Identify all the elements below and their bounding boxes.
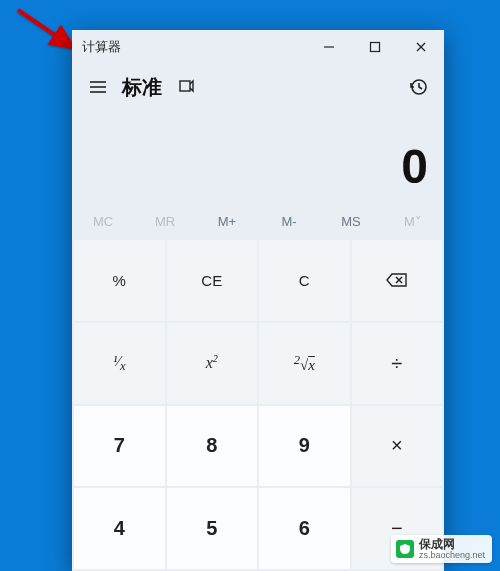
mode-label: 标准 <box>122 74 162 101</box>
display: 0 <box>72 110 444 204</box>
titlebar: 计算器 <box>72 30 444 64</box>
sqrt-key[interactable]: 2√x <box>259 323 350 404</box>
memory-recall: MR <box>134 204 196 238</box>
close-button[interactable] <box>398 30 444 64</box>
watermark: 保成网 zs.baocheng.net <box>391 535 492 563</box>
sqrt-label: 2√x <box>294 353 315 374</box>
pin-icon[interactable] <box>168 69 204 105</box>
backspace-icon <box>386 273 408 287</box>
divide-key[interactable]: ÷ <box>352 323 443 404</box>
square-label: x2 <box>206 353 218 372</box>
clear-entry-key[interactable]: CE <box>167 240 258 321</box>
keypad: % CE C ¹∕x x2 2√x ÷ 7 8 9 × 4 5 6 − <box>72 238 444 571</box>
window-controls <box>306 30 444 64</box>
four-key[interactable]: 4 <box>74 488 165 569</box>
watermark-name: 保成网 <box>419 538 485 551</box>
maximize-button[interactable] <box>352 30 398 64</box>
memory-add[interactable]: M+ <box>196 204 258 238</box>
percent-key[interactable]: % <box>74 240 165 321</box>
memory-clear: MC <box>72 204 134 238</box>
memory-store[interactable]: MS <box>320 204 382 238</box>
minimize-button[interactable] <box>306 30 352 64</box>
five-key[interactable]: 5 <box>167 488 258 569</box>
shield-icon <box>396 540 414 558</box>
svg-rect-2 <box>371 43 380 52</box>
memory-row: MC MR M+ M- MS M˅ <box>72 204 444 238</box>
seven-key[interactable]: 7 <box>74 406 165 487</box>
watermark-url: zs.baocheng.net <box>419 551 485 560</box>
reciprocal-label: ¹∕x <box>113 353 126 374</box>
reciprocal-key[interactable]: ¹∕x <box>74 323 165 404</box>
six-key[interactable]: 6 <box>259 488 350 569</box>
window-title: 计算器 <box>82 38 121 56</box>
display-value: 0 <box>401 139 428 194</box>
calculator-window: 计算器 标准 0 MC MR M+ <box>72 30 444 571</box>
memory-subtract[interactable]: M- <box>258 204 320 238</box>
svg-line-0 <box>18 10 74 48</box>
square-key[interactable]: x2 <box>167 323 258 404</box>
clear-key[interactable]: C <box>259 240 350 321</box>
backspace-key[interactable] <box>352 240 443 321</box>
hamburger-icon[interactable] <box>80 69 116 105</box>
history-icon[interactable] <box>400 69 436 105</box>
multiply-key[interactable]: × <box>352 406 443 487</box>
svg-rect-8 <box>180 81 190 91</box>
eight-key[interactable]: 8 <box>167 406 258 487</box>
nine-key[interactable]: 9 <box>259 406 350 487</box>
desktop: 计算器 标准 0 MC MR M+ <box>0 0 500 571</box>
header: 标准 <box>72 64 444 110</box>
memory-list: M˅ <box>382 204 444 238</box>
